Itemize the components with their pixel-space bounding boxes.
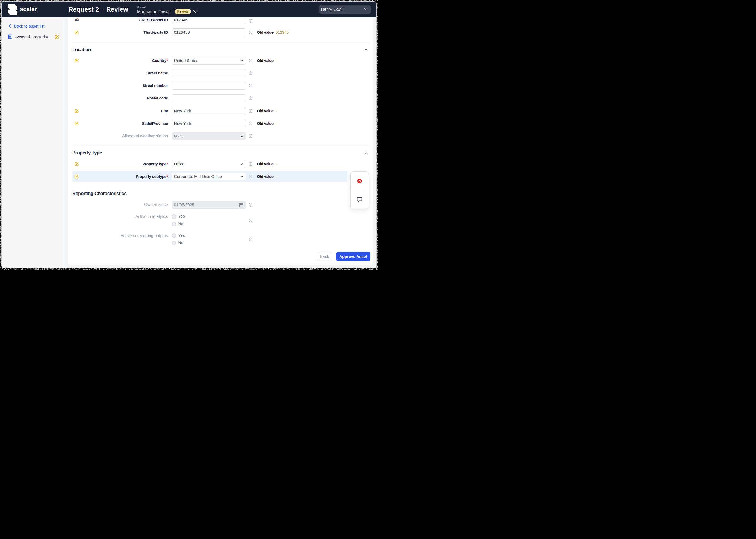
svg-text:i: i xyxy=(250,122,251,125)
svg-text:i: i xyxy=(250,72,251,74)
svg-text:i: i xyxy=(250,135,251,137)
svg-text:i: i xyxy=(250,238,251,241)
svg-text:i: i xyxy=(250,219,251,222)
svg-text:i: i xyxy=(250,59,251,62)
svg-text:i: i xyxy=(250,31,251,34)
svg-text:i: i xyxy=(250,20,251,22)
svg-text:i: i xyxy=(250,203,251,206)
svg-text:i: i xyxy=(250,175,251,178)
svg-text:i: i xyxy=(250,84,251,87)
svg-text:i: i xyxy=(250,110,251,112)
svg-text:i: i xyxy=(250,97,251,100)
svg-text:i: i xyxy=(250,163,251,165)
